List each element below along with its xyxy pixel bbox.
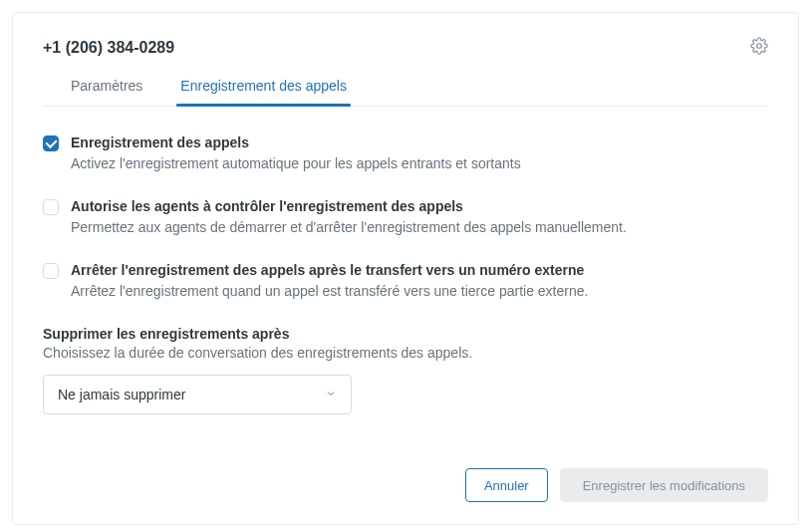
settings-panel: +1 (206) 384-0289 Paramètres Enregistrem… xyxy=(12,12,799,525)
option-desc: Permettez aux agents de démarrer et d'ar… xyxy=(71,217,768,238)
retention-selected-value: Ne jamais supprimer xyxy=(58,387,185,402)
retention-select[interactable]: Ne jamais supprimer xyxy=(43,375,352,414)
save-button[interactable]: Enregistrer les modifications xyxy=(560,468,768,502)
option-title: Autorise les agents à contrôler l'enregi… xyxy=(71,198,768,214)
option-title: Arrêter l'enregistrement des appels aprè… xyxy=(71,262,768,278)
option-desc: Arrêtez l'enregistrement quand un appel … xyxy=(71,281,768,302)
checkbox-arreter-transfert[interactable] xyxy=(43,263,59,279)
tab-content: Enregistrement des appels Activez l'enre… xyxy=(43,107,768,502)
tabs: Paramètres Enregistrement des appels xyxy=(43,78,768,107)
option-title: Enregistrement des appels xyxy=(71,134,768,150)
checkbox-agents-controle[interactable] xyxy=(43,199,59,215)
phone-number-title: +1 (206) 384-0289 xyxy=(43,39,174,57)
option-body: Autorise les agents à contrôler l'enregi… xyxy=(71,198,768,238)
tab-enregistrement[interactable]: Enregistrement des appels xyxy=(176,78,351,106)
option-body: Arrêter l'enregistrement des appels aprè… xyxy=(71,262,768,302)
option-agents-controle: Autorise les agents à contrôler l'enregi… xyxy=(43,198,768,238)
gear-icon[interactable] xyxy=(750,37,768,58)
option-body: Enregistrement des appels Activez l'enre… xyxy=(71,134,768,174)
option-enregistrement: Enregistrement des appels Activez l'enre… xyxy=(43,134,768,174)
cancel-button[interactable]: Annuler xyxy=(465,468,548,502)
svg-point-0 xyxy=(757,44,762,49)
checkbox-enregistrement[interactable] xyxy=(43,135,59,151)
option-desc: Activez l'enregistrement automatique pou… xyxy=(71,153,768,174)
retention-desc: Choisissez la durée de conversation des … xyxy=(43,345,768,361)
panel-header: +1 (206) 384-0289 xyxy=(43,37,768,58)
chevron-down-icon xyxy=(325,387,337,402)
option-arreter-transfert: Arrêter l'enregistrement des appels aprè… xyxy=(43,262,768,302)
retention-label: Supprimer les enregistrements après xyxy=(43,326,768,342)
footer-actions: Annuler Enregistrer les modifications xyxy=(43,468,768,502)
tab-parametres[interactable]: Paramètres xyxy=(67,78,146,106)
